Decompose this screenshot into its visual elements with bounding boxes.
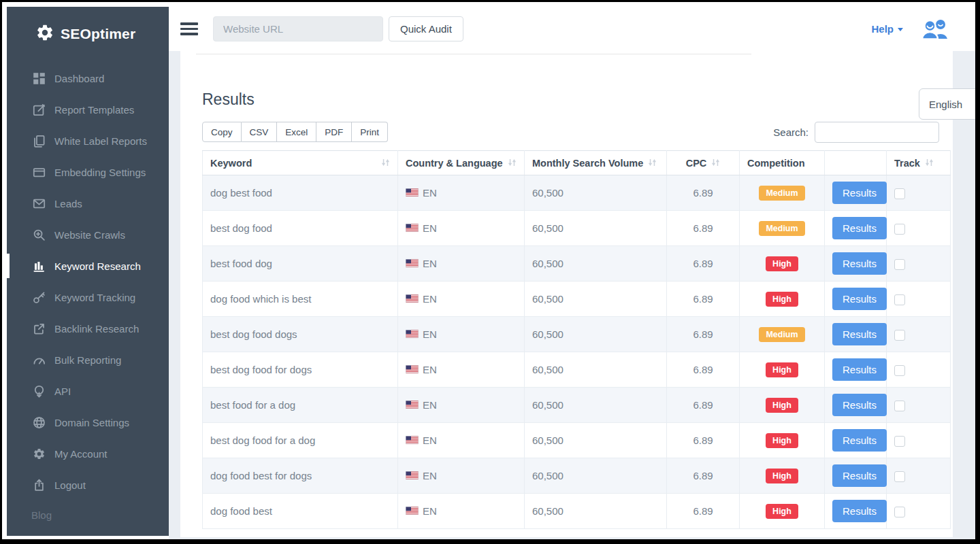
country-cell: EN [398, 317, 525, 352]
results-button[interactable]: Results [832, 217, 887, 239]
copy-export-button[interactable]: Copy [202, 122, 242, 142]
cpc-cell: 6.89 [667, 388, 740, 423]
cpc-cell: 6.89 [667, 175, 740, 211]
sidebar-item-label: Keyword Research [54, 260, 141, 272]
track-cell [887, 423, 951, 458]
sidebar-item-label: Leads [54, 198, 82, 209]
page-title: Results [202, 90, 255, 109]
external-link-icon [31, 321, 46, 336]
results-button[interactable]: Results [832, 358, 887, 381]
accounts-people-icon[interactable] [921, 18, 949, 39]
table-row: dog food bestEN60,5006.89HighResults [203, 494, 951, 529]
results-button[interactable]: Results [832, 500, 887, 522]
track-checkbox[interactable] [894, 224, 905, 235]
sidebar-item-embedding-settings[interactable]: Embedding Settings [7, 156, 169, 188]
sidebar-item-dashboard[interactable]: Dashboard [7, 63, 169, 94]
volume-cell: 60,500 [525, 282, 667, 317]
language-select[interactable]: English [919, 88, 975, 120]
track-checkbox[interactable] [894, 507, 905, 517]
track-checkbox[interactable] [894, 188, 905, 199]
us-flag [406, 470, 419, 481]
column-header-monthly-search-volume[interactable]: Monthly Search Volume [525, 151, 667, 175]
action-cell: Results [825, 246, 887, 282]
table-row: best dog food for a dogEN60,5006.89HighR… [203, 423, 951, 458]
volume-cell: 60,500 [525, 494, 667, 529]
pdf-export-button[interactable]: PDF [316, 122, 352, 142]
sidebar-item-leads[interactable]: Leads [7, 188, 169, 219]
hamburger-menu-icon[interactable] [180, 22, 198, 35]
keyword-results-table-wrap: KeywordCountry & LanguageMonthly Search … [202, 150, 951, 529]
csv-export-button[interactable]: CSV [242, 122, 278, 142]
bar-chart-icon [31, 258, 46, 273]
results-button[interactable]: Results [832, 288, 887, 310]
track-checkbox[interactable] [894, 436, 905, 447]
sidebar-item-api[interactable]: API [7, 375, 169, 407]
brand-logo[interactable]: SEOptimer [7, 7, 169, 45]
track-checkbox[interactable] [894, 294, 905, 305]
sidebar-item-backlink-research[interactable]: Backlink Research [7, 313, 169, 344]
sidebar-item-bulk-reporting[interactable]: Bulk Reporting [7, 344, 169, 375]
track-checkbox[interactable] [894, 471, 905, 482]
cpc-cell: 6.89 [667, 352, 740, 388]
results-button[interactable]: Results [832, 464, 887, 487]
results-button[interactable]: Results [832, 323, 887, 345]
track-checkbox[interactable] [894, 259, 905, 270]
track-checkbox[interactable] [894, 401, 905, 411]
country-cell: EN [398, 423, 525, 458]
track-checkbox[interactable] [894, 330, 905, 341]
results-button[interactable]: Results [832, 429, 887, 452]
us-flag [406, 435, 419, 446]
column-label: Country & Language [406, 158, 503, 169]
volume-cell: 60,500 [525, 458, 667, 494]
column-header-keyword[interactable]: Keyword [203, 151, 398, 175]
sidebar-item-my-account[interactable]: My Account [7, 438, 169, 469]
sidebar-item-white-label-reports[interactable]: White Label Reports [7, 125, 169, 156]
volume-cell: 60,500 [525, 317, 667, 352]
language-code: EN [423, 222, 437, 234]
column-header-cpc[interactable]: CPC [667, 151, 740, 175]
website-url-input[interactable] [213, 16, 383, 41]
quick-audit-button[interactable]: Quick Audit [389, 16, 463, 41]
sidebar-item-report-templates[interactable]: Report Templates [7, 94, 169, 125]
sidebar-item-blog[interactable]: Blog [31, 509, 52, 521]
pages-icon [31, 133, 46, 148]
sidebar-item-website-crawls[interactable]: Website Crawls [7, 219, 169, 250]
column-label: Keyword [210, 158, 252, 169]
main-content: Results CopyCSVExcelPDFPrint Search: Key… [169, 51, 975, 539]
cpc-cell: 6.89 [667, 282, 740, 317]
track-cell [887, 494, 951, 529]
sort-icon [711, 158, 720, 169]
print-export-button[interactable]: Print [352, 122, 388, 142]
sidebar-item-label: Website Crawls [54, 229, 125, 241]
results-button[interactable]: Results [832, 252, 887, 275]
competition-badge: High [766, 433, 798, 448]
keyword-cell: dog best food [203, 175, 398, 211]
help-menu[interactable]: Help [871, 23, 903, 35]
sidebar: SEOptimer DashboardReport TemplatesWhite… [7, 7, 169, 536]
competition-badge: High [766, 362, 798, 377]
column-header-track[interactable]: Track [887, 151, 951, 175]
action-cell: Results [825, 458, 887, 494]
excel-export-button[interactable]: Excel [277, 122, 316, 142]
sidebar-item-label: My Account [54, 448, 108, 460]
sidebar-item-logout[interactable]: Logout [7, 469, 169, 500]
sidebar-item-domain-settings[interactable]: Domain Settings [7, 407, 169, 438]
competition-badge: Medium [759, 327, 804, 342]
results-button[interactable]: Results [832, 394, 887, 416]
us-flag [406, 364, 419, 375]
competition-cell: High [740, 388, 825, 423]
sidebar-item-label: Backlink Research [54, 323, 139, 335]
language-code: EN [423, 328, 437, 340]
column-header-country-language[interactable]: Country & Language [398, 151, 525, 175]
sort-icon [508, 158, 517, 169]
sidebar-item-label: Domain Settings [54, 417, 129, 428]
action-cell: Results [825, 352, 887, 388]
language-select-wrap: English [919, 88, 975, 120]
track-checkbox[interactable] [894, 365, 905, 376]
results-button[interactable]: Results [832, 182, 887, 204]
volume-cell: 60,500 [525, 352, 667, 388]
sidebar-item-keyword-research[interactable]: Keyword Research [7, 250, 169, 282]
sidebar-item-label: Keyword Tracking [54, 292, 135, 303]
sidebar-item-keyword-tracking[interactable]: Keyword Tracking [7, 282, 169, 313]
search-input[interactable] [815, 122, 939, 143]
